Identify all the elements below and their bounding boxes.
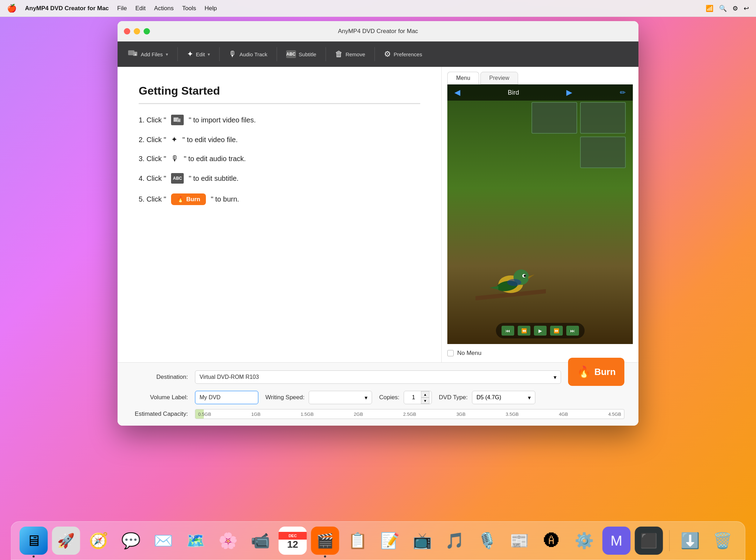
dock-icon-trash[interactable]: 🗑️: [708, 527, 737, 555]
step-5-num: 5. Click ": [139, 195, 166, 203]
toolbar-separator-3: [277, 47, 277, 61]
step-1: 1. Click " + " to import video files.: [139, 115, 420, 125]
add-files-button[interactable]: + Add Files ▾: [123, 46, 173, 62]
file-menu-item[interactable]: File: [117, 5, 127, 12]
step-3: 3. Click " 🎙 " to edit audio track.: [139, 154, 420, 163]
thumbnail-grid: [531, 102, 626, 168]
tools-menu-item[interactable]: Tools: [182, 5, 196, 12]
dock-icon-facetime[interactable]: 📹: [246, 527, 275, 555]
subtitle-label: Subtitle: [299, 51, 316, 57]
dock-icon-photos[interactable]: 🌸: [214, 527, 242, 555]
writing-speed-select[interactable]: ▾: [309, 391, 372, 404]
dock-icon-finder[interactable]: 🖥: [20, 527, 48, 555]
fast-forward-button[interactable]: ⏩: [550, 326, 563, 336]
audio-track-label: Audio Track: [239, 51, 267, 57]
cap-label-8: 4.5GB: [608, 412, 621, 417]
dock: 🖥 🚀 🧭 💬 ✉️ 🗺️ 🌸 📹 DEC 12 🎬 📋 📝 📺 🎵: [11, 521, 745, 560]
toolbar-separator-1: [177, 47, 178, 61]
destination-row: Destination: Virtual DVD-ROM R103 ▾ 🔥 Bu…: [132, 368, 624, 386]
app-menu-item[interactable]: AnyMP4 DVD Creator for Mac: [25, 5, 109, 12]
toolbar-separator-4: [326, 47, 326, 61]
next-button[interactable]: ▶: [566, 88, 572, 97]
dock-icon-sysprefs[interactable]: ⚙️: [570, 527, 598, 555]
svg-point-14: [507, 279, 521, 286]
dock-dot-finder: [33, 555, 35, 558]
step-4-icon: ABC: [171, 173, 184, 184]
dvd-type-select[interactable]: D5 (4.7G) ▾: [472, 391, 535, 404]
dock-icon-safari[interactable]: 🧭: [84, 527, 113, 555]
tab-menu[interactable]: Menu: [447, 72, 479, 84]
burn-flame-icon: 🔥: [577, 365, 591, 378]
dock-icon-calendar[interactable]: DEC 12: [279, 527, 307, 555]
copies-up-button[interactable]: ▲: [421, 391, 429, 397]
dvd-type-label: DVD Type:: [439, 394, 468, 401]
svg-marker-13: [490, 286, 498, 289]
dock-icon-music[interactable]: 🎵: [441, 527, 469, 555]
actions-menu-item[interactable]: Actions: [154, 5, 174, 12]
no-menu-checkbox[interactable]: [447, 350, 454, 356]
close-button[interactable]: [124, 28, 130, 34]
dock-icon-terminal[interactable]: ⬛: [635, 527, 663, 555]
preferences-label: Preferences: [394, 51, 422, 57]
minimize-button[interactable]: [134, 28, 140, 34]
volume-input[interactable]: [195, 391, 258, 404]
prev-button[interactable]: ◀: [454, 88, 460, 97]
copies-input: 1 ▲ ▼: [404, 391, 432, 404]
dock-icon-anymp4[interactable]: 🎬: [311, 527, 339, 555]
capacity-row: Estimated Capacity: 0.5GB 1GB 1.5GB 2GB …: [132, 409, 624, 419]
dock-icon-masthead[interactable]: M: [603, 527, 631, 555]
dock-icon-appstore[interactable]: 🅐: [538, 527, 566, 555]
capacity-bar: 0.5GB 1GB 1.5GB 2GB 2.5GB 3GB 3.5GB 4GB …: [195, 409, 624, 419]
cap-label-1: 1GB: [251, 412, 260, 417]
dock-icon-reminders[interactable]: 📋: [344, 527, 372, 555]
preview-edit-button[interactable]: ✏: [620, 88, 626, 97]
help-menu-item[interactable]: Help: [204, 5, 217, 12]
skip-forward-button[interactable]: ⏭: [566, 326, 579, 336]
capacity-bar-labels: 0.5GB 1GB 1.5GB 2GB 2.5GB 3GB 3.5GB 4GB …: [195, 409, 624, 419]
subtitle-button[interactable]: ABC Subtitle: [281, 47, 321, 61]
skip-back-button[interactable]: ⏮: [502, 326, 514, 336]
dock-icon-launchpad[interactable]: 🚀: [52, 527, 80, 555]
toolbar-separator-2: [219, 47, 220, 61]
dock-icon-news[interactable]: 📰: [505, 527, 534, 555]
tab-preview[interactable]: Preview: [480, 72, 518, 84]
bird-image: ⏮ ⏪ ▶ ⏩ ⏭: [447, 84, 633, 344]
edit-menu-item[interactable]: Edit: [135, 5, 145, 12]
maximize-button[interactable]: [144, 28, 150, 34]
preferences-button[interactable]: ⚙ Preferences: [379, 47, 427, 62]
step-1-num: 1. Click ": [139, 116, 166, 124]
apple-menu[interactable]: 🍎: [7, 4, 17, 13]
destination-select[interactable]: Virtual DVD-ROM R103 ▾: [195, 370, 561, 384]
dock-dot-anymp4: [324, 555, 326, 558]
cap-label-6: 3.5GB: [506, 412, 519, 417]
bottom-bar: Destination: Virtual DVD-ROM R103 ▾ 🔥 Bu…: [118, 362, 638, 426]
edit-button[interactable]: ✦ Edit ▾: [182, 47, 215, 62]
dock-icon-downloads[interactable]: ⬇️: [676, 527, 704, 555]
rewind-button[interactable]: ⏪: [518, 326, 530, 336]
burn-button[interactable]: 🔥 Burn: [568, 358, 624, 386]
no-menu-label: No Menu: [457, 350, 481, 357]
wifi-icon[interactable]: 📶: [706, 5, 713, 12]
dock-icon-maps[interactable]: 🗺️: [182, 527, 210, 555]
dvd-type-group: DVD Type: D5 (4.7G) ▾: [439, 391, 535, 404]
copies-down-button[interactable]: ▼: [421, 397, 429, 404]
dock-icon-tv[interactable]: 📺: [408, 527, 436, 555]
control-center-icon[interactable]: ⚙: [732, 5, 738, 12]
preview-tabs: Menu Preview: [442, 67, 638, 84]
audio-track-button[interactable]: 🎙 Audio Track: [224, 47, 272, 62]
thumb-3: [580, 136, 626, 168]
dock-icon-notes[interactable]: 📝: [376, 527, 404, 555]
dock-icon-mail[interactable]: ✉️: [149, 527, 177, 555]
cap-label-2: 1.5GB: [301, 412, 314, 417]
getting-started-title: Getting Started: [139, 84, 420, 104]
burn-inline-icon: 🔥: [177, 196, 184, 203]
back-icon[interactable]: ↩: [744, 5, 749, 12]
main-window: AnyMP4 DVD Creator for Mac + Add Files ▾…: [118, 21, 638, 426]
dock-icon-podcasts[interactable]: 🎙️: [473, 527, 501, 555]
search-icon[interactable]: 🔍: [719, 5, 727, 12]
left-panel: Getting Started 1. Click " + " to import…: [118, 67, 441, 362]
dock-icon-messages[interactable]: 💬: [117, 527, 145, 555]
play-button[interactable]: ▶: [534, 326, 547, 336]
remove-button[interactable]: 🗑 Remove: [330, 47, 370, 62]
menubar: 🍎 AnyMP4 DVD Creator for Mac File Edit A…: [0, 0, 756, 17]
